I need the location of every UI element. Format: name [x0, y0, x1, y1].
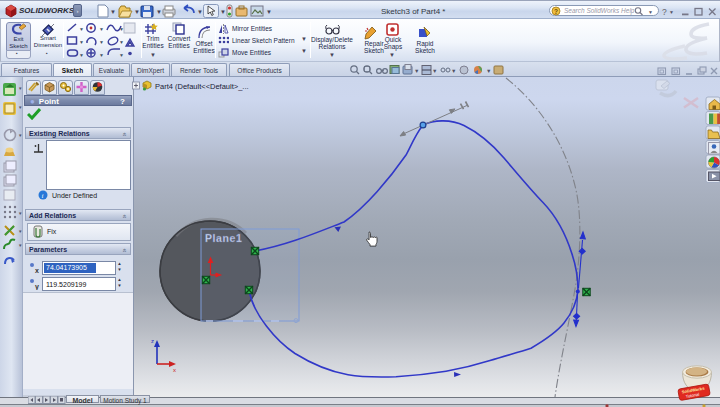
svg-text:▼: ▼ [79, 39, 84, 45]
svg-text:▼: ▼ [156, 9, 162, 15]
svg-text:i: i [42, 192, 44, 200]
svg-text:▼: ▼ [99, 26, 104, 32]
svg-text:▼: ▼ [18, 229, 22, 234]
svg-text:▼: ▼ [18, 86, 22, 91]
svg-text:▼: ▼ [99, 52, 104, 58]
svg-text:▼: ▼ [18, 243, 22, 248]
svg-text:▼: ▼ [18, 105, 22, 110]
svg-text:▼: ▼ [119, 39, 124, 45]
svg-text:▼: ▼ [110, 9, 116, 15]
svg-text:y: y [35, 283, 39, 290]
svg-text:▼: ▼ [18, 133, 22, 138]
svg-text:▼: ▼ [669, 9, 674, 15]
svg-text:▼: ▼ [99, 39, 104, 45]
svg-text:▼: ▼ [134, 9, 140, 15]
svg-text:▼: ▼ [18, 211, 22, 216]
svg-text:▼: ▼ [79, 26, 84, 32]
svg-text:?: ? [662, 7, 667, 17]
svg-text:▼: ▼ [119, 26, 124, 32]
svg-text:▼: ▼ [79, 52, 84, 58]
svg-text:▼: ▼ [119, 52, 124, 58]
svg-text:▼: ▼ [197, 9, 203, 15]
svg-text:▼: ▼ [220, 9, 226, 15]
svg-text:x: x [35, 267, 39, 274]
svg-text:▼: ▼ [266, 9, 272, 15]
